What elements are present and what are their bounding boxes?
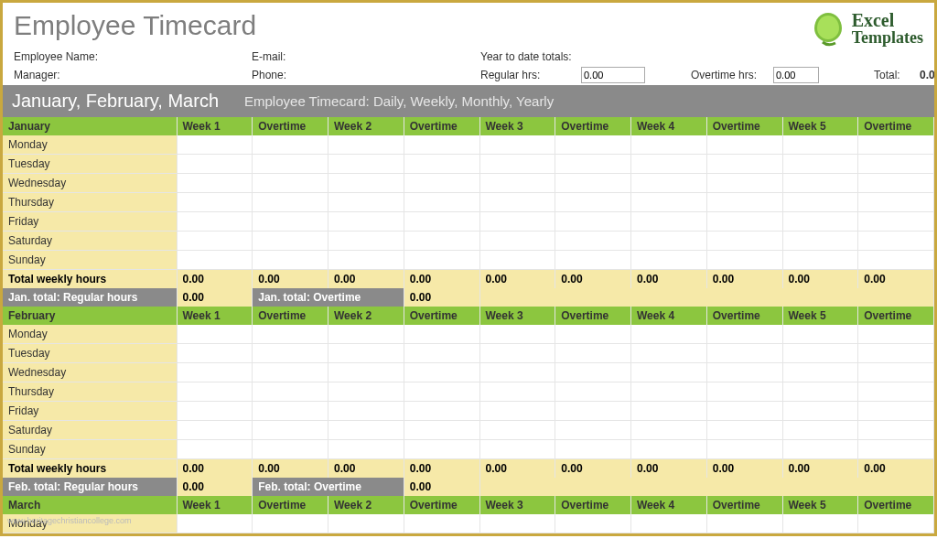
- info-row-2: Manager: Phone: Regular hrs: Overtime hr…: [3, 65, 934, 85]
- regular-label: Regular hrs:: [480, 69, 581, 81]
- table-row: Wednesday: [3, 363, 934, 382]
- table-january: January Week 1Overtime Week 2Overtime We…: [3, 117, 934, 307]
- table-february: February Week 1Overtime Week 2Overtime W…: [3, 307, 934, 496]
- total-label: Total:: [874, 69, 920, 81]
- table-row: Friday: [3, 402, 934, 421]
- table-row: Tuesday: [3, 344, 934, 363]
- table-row: Thursday: [3, 382, 934, 402]
- total-value: 0.00: [920, 69, 937, 81]
- month-subtotal-row: Jan. total: Regular hours 0.00 Jan. tota…: [3, 288, 934, 307]
- section-subtitle: Employee Timecard: Daily, Weekly, Monthl…: [244, 93, 554, 109]
- table-row: Monday: [3, 325, 934, 344]
- ytd-label: Year to date totals:: [480, 50, 581, 63]
- table-row: Saturday: [3, 421, 934, 440]
- watermark: www.heritagechristiancollege.com: [7, 516, 132, 525]
- table-row: Tuesday: [3, 155, 934, 174]
- table-row: Monday: [3, 135, 934, 155]
- email-label: E-mail:: [252, 50, 307, 63]
- phone-label: Phone:: [252, 69, 307, 81]
- overtime-label: Overtime hrs:: [691, 69, 773, 81]
- month-header: January: [3, 117, 177, 135]
- table-march: March Week 1Overtime Week 2Overtime Week…: [3, 496, 934, 533]
- table-header-row: March Week 1Overtime Week 2Overtime Week…: [3, 496, 934, 514]
- table-row: Sunday: [3, 251, 934, 270]
- section-bar: January, February, March Employee Timeca…: [3, 85, 934, 117]
- month-header: February: [3, 307, 177, 325]
- overtime-input[interactable]: [773, 67, 819, 83]
- manager-label: Manager:: [14, 69, 96, 81]
- table-row: Saturday: [3, 232, 934, 251]
- totals-row: Total weekly hours 0.000.000.000.000.000…: [3, 270, 934, 289]
- page-title: Employee Timecard: [14, 10, 256, 41]
- table-row: Friday: [3, 212, 934, 232]
- table-row: Monday: [3, 514, 934, 533]
- section-months: January, February, March: [12, 91, 219, 112]
- table-row: Wednesday: [3, 174, 934, 193]
- brand-logo: Excel Templates: [810, 10, 923, 47]
- table-header-row: January Week 1Overtime Week 2Overtime We…: [3, 117, 934, 135]
- table-row: Thursday: [3, 193, 934, 212]
- table-row: Sunday: [3, 440, 934, 459]
- month-subtotal-row: Feb. total: Regular hours 0.00 Feb. tota…: [3, 478, 934, 496]
- totals-row: Total weekly hours 0.000.000.000.000.000…: [3, 459, 934, 479]
- info-row-1: Employee Name: E-mail: Year to date tota…: [3, 48, 934, 65]
- emp-name-label: Employee Name:: [14, 50, 96, 63]
- header: Employee Timecard Excel Templates: [3, 3, 934, 48]
- regular-input[interactable]: [581, 67, 645, 83]
- table-header-row: February Week 1Overtime Week 2Overtime W…: [3, 307, 934, 325]
- month-header: March: [3, 496, 177, 514]
- excel-icon: [810, 10, 846, 47]
- logo-text: Excel Templates: [852, 11, 923, 46]
